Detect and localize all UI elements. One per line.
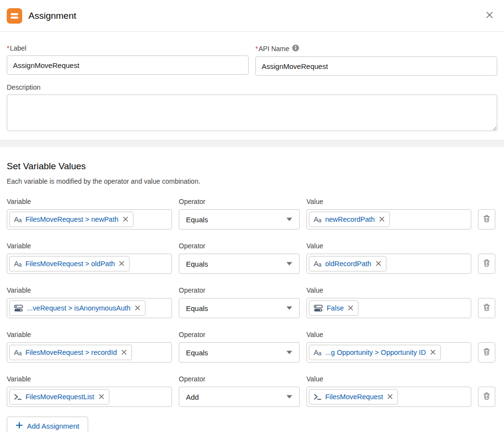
boolean-type-icon [14,305,23,312]
delete-assignment-button[interactable] [478,298,495,318]
value-column: Value False [306,286,471,318]
variable-pill[interactable]: FilesMoveRequestList [9,389,109,405]
label-input[interactable] [7,55,249,75]
variable-combobox[interactable]: Aa FilesMoveRequest > newPath [7,209,172,230]
value-column-label: Value [306,286,471,294]
variable-pill-label: FilesMoveRequest > oldPath [26,260,115,268]
text-type-icon: Aa [314,349,321,356]
trash-icon [483,392,491,402]
remove-variable-pill-button[interactable] [98,393,105,401]
remove-icon [99,393,104,401]
operator-column: Operator Equals [179,242,300,274]
remove-variable-pill-button[interactable] [134,304,141,312]
chevron-down-icon [286,217,292,221]
info-icon[interactable] [292,44,299,53]
api-name-field-group: *API Name [255,44,497,76]
remove-value-pill-button[interactable] [375,260,382,268]
variable-pill-label: FilesMoveRequest > recordId [26,349,117,356]
collection-type-icon [314,393,321,400]
api-name-input[interactable] [255,56,497,76]
variable-column: Variable Aa FilesMoveRequest > recordId [7,331,172,363]
api-name-field-label: *API Name [255,44,497,53]
value-column: Value FilesMoveRequest [306,375,471,407]
remove-variable-pill-button[interactable] [121,349,127,357]
text-type-icon: Aa [14,216,22,223]
variable-column: Variable ...veRequest > isAnonymousAuth [7,286,172,318]
value-combobox[interactable]: Aa newRecordPath [306,209,471,230]
remove-value-pill-button[interactable] [387,393,393,401]
description-input[interactable] [7,94,497,131]
delete-assignment-button[interactable] [478,387,495,407]
text-type-icon: Aa [314,260,321,268]
variable-pill[interactable]: Aa FilesMoveRequest > newPath [9,212,133,227]
plus-icon [16,422,23,430]
value-combobox[interactable]: Aa oldRecordPath [306,254,471,274]
operator-select[interactable]: Add [179,387,300,407]
add-assignment-button[interactable]: Add Assignment [7,417,88,432]
remove-icon [348,305,353,312]
value-combobox[interactable]: False [306,298,471,318]
variable-pill-label: FilesMoveRequestList [26,393,94,401]
value-pill[interactable]: Aa ...g Opportunity > Opportunity ID [309,345,441,360]
value-pill[interactable]: Aa newRecordPath [309,212,390,227]
chevron-down-icon [286,395,292,399]
remove-value-pill-button[interactable] [430,349,436,357]
operator-select[interactable]: Equals [179,209,300,230]
variable-pill[interactable]: ...veRequest > isAnonymousAuth [9,300,146,316]
value-column-label: Value [306,198,471,205]
operator-column-label: Operator [179,375,300,383]
operator-column-label: Operator [179,242,300,250]
assignment-dialog: Assignment *Label *API Name [0,0,504,432]
text-type-icon: Aa [314,216,321,223]
operator-column: Operator Equals [179,286,300,318]
variable-column: Variable FilesMoveRequestList [7,375,172,407]
operator-column: Operator Equals [179,331,300,363]
value-pill[interactable]: False [309,300,358,316]
description-field-label: Description [7,83,497,91]
operator-column-label: Operator [179,198,300,205]
label-field-label: *Label [7,44,249,52]
chevron-down-icon [286,262,292,266]
operator-column-label: Operator [179,286,300,294]
remove-icon [430,349,436,356]
variable-pill[interactable]: Aa FilesMoveRequest > recordId [9,345,132,360]
assignment-icon [7,8,22,24]
operator-select[interactable]: Equals [179,298,300,318]
delete-assignment-button[interactable] [478,209,495,230]
operator-column-label: Operator [179,331,300,338]
variable-combobox[interactable]: Aa FilesMoveRequest > recordId [7,342,172,363]
remove-icon [119,260,124,268]
operator-select[interactable]: Equals [179,254,300,274]
remove-icon [121,349,127,356]
section-divider [0,140,504,147]
boolean-type-icon [314,305,323,312]
value-pill[interactable]: FilesMoveRequest [309,389,398,405]
remove-icon [379,216,385,223]
remove-variable-pill-button[interactable] [119,260,125,268]
delete-assignment-button[interactable] [478,342,495,363]
delete-assignment-button[interactable] [478,254,495,274]
variable-combobox[interactable]: ...veRequest > isAnonymousAuth [7,298,172,318]
value-column-label: Value [306,242,471,250]
remove-value-pill-button[interactable] [379,216,385,224]
collection-type-icon [14,393,22,400]
trash-icon [483,215,491,224]
operator-select[interactable]: Equals [179,342,300,363]
variable-combobox[interactable]: FilesMoveRequestList [7,387,172,407]
assignment-rows: Variable Aa FilesMoveRequest > newPath [7,198,497,407]
value-pill[interactable]: Aa oldRecordPath [309,256,386,271]
variable-combobox[interactable]: Aa FilesMoveRequest > oldPath [7,254,172,274]
value-pill-label: ...g Opportunity > Opportunity ID [325,349,426,356]
section-subtitle: Each variable is modified by the operato… [7,177,497,185]
value-column: Value Aa oldRecordPath [306,242,471,274]
trash-icon [483,303,491,313]
operator-column: Operator Equals [179,198,300,230]
close-button[interactable] [484,9,495,22]
value-combobox[interactable]: FilesMoveRequest [306,387,471,407]
value-column: Value Aa newRecordPath [306,198,471,230]
variable-column-label: Variable [7,375,172,383]
value-combobox[interactable]: Aa ...g Opportunity > Opportunity ID [306,342,471,363]
remove-value-pill-button[interactable] [347,304,354,312]
remove-variable-pill-button[interactable] [122,216,129,224]
variable-pill[interactable]: Aa FilesMoveRequest > oldPath [9,256,130,271]
